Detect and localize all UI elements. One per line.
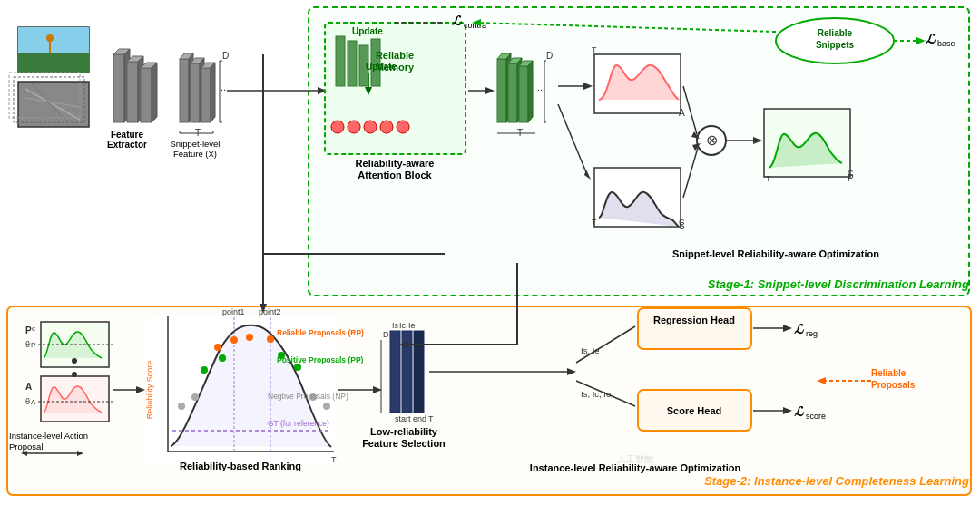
svg-marker-29 [200, 58, 204, 122]
svg-marker-138 [21, 451, 27, 456]
svg-point-159 [294, 364, 301, 371]
svg-marker-63 [485, 87, 495, 94]
svg-marker-81 [583, 83, 593, 90]
svg-point-103 [776, 18, 894, 63]
svg-rect-87 [594, 168, 681, 227]
svg-text:Ic: Ic [399, 321, 407, 330]
svg-text:Stage-1: Snippet-level  Discri: Stage-1: Snippet-level Discrimination Le… [708, 277, 969, 291]
svg-text:Memory: Memory [376, 62, 415, 73]
svg-rect-4 [18, 53, 89, 73]
svg-text:A: A [679, 108, 685, 118]
svg-text:base: base [937, 39, 956, 48]
svg-rect-12 [9, 73, 80, 118]
svg-marker-94 [691, 131, 700, 139]
svg-text:θ: θ [25, 397, 30, 406]
svg-text:end: end [413, 414, 426, 423]
svg-marker-202 [783, 407, 792, 414]
svg-text:T: T [592, 218, 597, 227]
svg-rect-16 [127, 62, 138, 122]
svg-line-112 [476, 23, 776, 32]
svg-text:D: D [383, 330, 389, 339]
svg-text:Reliable: Reliable [871, 368, 906, 378]
svg-text:T: T [428, 414, 434, 423]
svg-point-134 [72, 372, 77, 377]
svg-point-163 [309, 393, 317, 401]
svg-marker-83 [584, 170, 591, 180]
svg-rect-19 [141, 68, 152, 122]
svg-text:⊗: ⊗ [706, 132, 718, 148]
svg-rect-7 [18, 82, 89, 127]
svg-text:T: T [517, 128, 523, 138]
svg-marker-72 [528, 61, 533, 122]
svg-point-151 [214, 344, 221, 351]
svg-text:T: T [766, 174, 771, 183]
svg-point-154 [267, 335, 274, 343]
svg-text:Reliability Score: Reliability Score [145, 361, 154, 420]
svg-text:Low-reliability: Low-reliability [370, 426, 438, 437]
svg-point-158 [278, 352, 285, 359]
arrows-svg: Feature Extractor .. D T Snippet-level F… [0, 0, 980, 505]
svg-marker-98 [753, 137, 762, 144]
svg-text:C: C [679, 218, 685, 227]
svg-rect-99 [764, 109, 850, 177]
svg-point-153 [246, 334, 253, 341]
svg-marker-71 [519, 61, 533, 66]
svg-text:Positive Proposals (PP): Positive Proposals (PP) [277, 355, 364, 364]
svg-marker-65 [497, 53, 511, 59]
svg-point-152 [230, 336, 238, 344]
svg-point-133 [72, 358, 77, 364]
svg-point-161 [178, 403, 185, 410]
svg-text:..: .. [537, 82, 543, 92]
svg-point-54 [331, 121, 344, 133]
svg-text:Snippets: Snippets [816, 40, 855, 50]
svg-rect-24 [180, 59, 189, 122]
svg-marker-119 [260, 304, 267, 313]
svg-point-5 [46, 34, 54, 42]
svg-text:Negtive Proposals (NP): Negtive Proposals (NP) [268, 392, 348, 401]
svg-text:Score Head: Score Head [667, 405, 722, 416]
svg-rect-175 [402, 331, 412, 413]
svg-rect-50 [371, 39, 380, 86]
svg-marker-20 [141, 63, 157, 68]
svg-text:ℒ: ℒ [794, 404, 804, 419]
svg-text:Snippet-level: Snippet-level [171, 139, 220, 149]
svg-text:...: ... [416, 124, 423, 133]
svg-rect-195 [638, 390, 751, 431]
svg-point-55 [348, 121, 360, 133]
svg-text:P: P [31, 341, 35, 349]
svg-marker-141 [136, 386, 145, 393]
svg-point-57 [380, 121, 393, 133]
svg-text:A: A [25, 382, 32, 392]
svg-text:Proposal: Proposal [9, 442, 44, 452]
svg-text:Attention Block: Attention Block [358, 170, 432, 180]
svg-text:Reliable: Reliable [818, 28, 853, 38]
diagram-container: Feature Extractor .. D T Snippet-level F… [0, 0, 980, 505]
svg-text:S: S [679, 221, 685, 231]
svg-text:T: T [195, 128, 201, 138]
svg-text:c: c [32, 325, 35, 333]
svg-text:人工智能: 人工智能 [617, 454, 653, 464]
svg-text:Feature Selection: Feature Selection [362, 438, 446, 449]
svg-marker-213 [365, 87, 372, 95]
svg-text:Instance-level Reliability-awa: Instance-level Reliability-aware Optimiz… [530, 462, 741, 473]
svg-marker-21 [152, 63, 157, 122]
svg-text:score: score [806, 412, 826, 421]
svg-marker-17 [127, 56, 143, 62]
svg-text:Is: Is [392, 321, 399, 330]
svg-rect-64 [497, 59, 506, 122]
svg-point-58 [397, 121, 409, 133]
svg-rect-67 [508, 63, 517, 122]
svg-rect-27 [191, 63, 200, 122]
svg-rect-84 [594, 54, 681, 113]
svg-text:Reliability-aware: Reliability-aware [356, 158, 435, 169]
svg-text:Proposals: Proposals [871, 380, 916, 390]
svg-marker-206 [817, 377, 826, 384]
svg-point-157 [219, 354, 226, 362]
svg-text:T: T [592, 45, 597, 54]
svg-text:Reliable: Reliable [376, 50, 414, 61]
svg-point-156 [201, 366, 208, 374]
svg-text:P: P [848, 173, 854, 183]
svg-text:Instance-level Action: Instance-level Action [9, 431, 88, 441]
svg-rect-47 [336, 36, 345, 86]
svg-marker-31 [201, 63, 215, 68]
